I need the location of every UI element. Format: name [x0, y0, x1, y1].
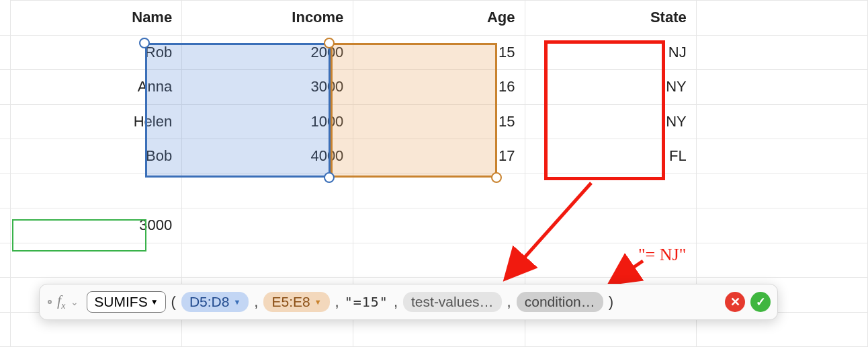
empty-cell[interactable] — [696, 139, 867, 174]
cell-name[interactable]: Helen — [10, 104, 181, 139]
empty-cell[interactable] — [353, 208, 525, 243]
cell-age[interactable]: 15 — [353, 35, 525, 70]
empty-cell[interactable] — [353, 174, 525, 208]
separator: , — [254, 293, 258, 311]
cell-name[interactable]: Anna — [10, 70, 181, 105]
cell-age[interactable]: 15 — [353, 104, 525, 139]
empty-cell[interactable] — [525, 174, 696, 208]
empty-cell[interactable] — [696, 208, 867, 243]
placeholder-condition[interactable]: condition… — [517, 292, 603, 312]
empty-cell[interactable] — [182, 174, 353, 208]
cell-income[interactable]: 4000 — [182, 139, 353, 174]
function-name: SUMIFS — [94, 294, 147, 310]
cell-income[interactable]: 2000 — [182, 35, 353, 70]
separator: , — [335, 293, 339, 311]
cell-age[interactable]: 16 — [353, 70, 525, 105]
empty-cell[interactable] — [525, 208, 696, 243]
header-state[interactable]: State — [525, 1, 696, 36]
empty-cell[interactable] — [696, 1, 867, 36]
fx-dot-icon — [48, 300, 52, 304]
confirm-button[interactable]: ✓ — [750, 292, 771, 312]
empty-cell[interactable] — [696, 35, 867, 70]
chevron-down-icon: ▼ — [150, 297, 159, 307]
header-age[interactable]: Age — [353, 1, 525, 36]
cell-state[interactable]: NJ — [525, 35, 696, 70]
annotation-text: "= NJ" — [638, 245, 686, 265]
cell-name[interactable]: Bob — [10, 139, 181, 174]
close-icon: ✕ — [730, 295, 740, 309]
paren-close: ) — [609, 293, 613, 311]
result-cell[interactable]: 3000 — [10, 208, 181, 243]
range-token-sum[interactable]: D5:D8 ▼ — [181, 292, 249, 312]
cell-state[interactable]: NY — [525, 70, 696, 105]
function-selector[interactable]: SUMIFS ▼ — [87, 291, 165, 313]
empty-cell[interactable] — [10, 174, 181, 208]
chevron-down-icon[interactable]: ⌄ — [71, 297, 79, 307]
chevron-down-icon: ▼ — [233, 298, 241, 306]
empty-cell[interactable] — [696, 243, 867, 278]
empty-cell[interactable] — [10, 243, 181, 278]
empty-cell[interactable] — [696, 70, 867, 105]
empty-cell[interactable] — [182, 208, 353, 243]
paren-open: ( — [171, 293, 176, 311]
check-icon: ✓ — [756, 295, 766, 309]
cell-name[interactable]: Rob — [10, 35, 181, 70]
cancel-button[interactable]: ✕ — [725, 292, 745, 312]
separator: , — [507, 293, 511, 311]
fx-icon[interactable]: fx — [57, 292, 65, 311]
empty-cell[interactable] — [696, 174, 867, 208]
range-token-criteria[interactable]: E5:E8 ▼ — [263, 292, 329, 312]
cell-state[interactable]: NY — [525, 104, 696, 139]
cell-age[interactable]: 17 — [353, 139, 525, 174]
empty-cell[interactable] — [182, 243, 353, 278]
literal-argument[interactable]: "=15" — [345, 294, 388, 310]
header-income[interactable]: Income — [182, 1, 353, 36]
empty-cell[interactable] — [696, 104, 867, 139]
chevron-down-icon: ▼ — [314, 298, 322, 306]
cell-state[interactable]: FL — [525, 139, 696, 174]
separator: , — [394, 293, 398, 311]
placeholder-test-values[interactable]: test-values… — [403, 292, 502, 312]
header-name[interactable]: Name — [10, 1, 181, 36]
cell-income[interactable]: 3000 — [182, 70, 353, 105]
cell-income[interactable]: 1000 — [182, 104, 353, 139]
formula-bar[interactable]: fx ⌄ SUMIFS ▼ ( D5:D8 ▼ , E5:E8 ▼ , "=15… — [39, 284, 778, 320]
empty-cell[interactable] — [353, 243, 525, 278]
